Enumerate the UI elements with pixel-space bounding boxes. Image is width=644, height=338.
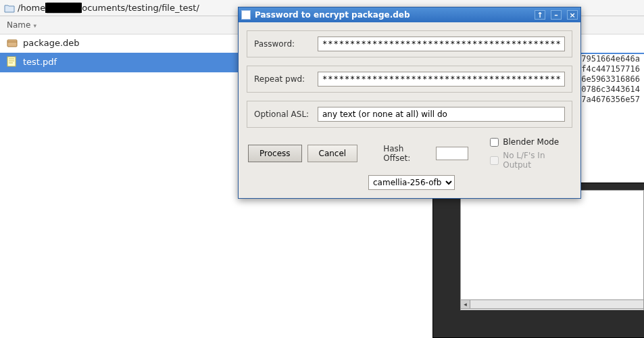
folder-icon bbox=[4, 3, 15, 14]
background-window: ◂ bbox=[432, 183, 644, 338]
close-button[interactable]: × bbox=[567, 10, 578, 20]
cipher-select[interactable]: camellia-256-ofb bbox=[368, 175, 455, 190]
file-name: package.deb bbox=[23, 38, 80, 48]
asl-input[interactable] bbox=[318, 107, 565, 122]
cancel-button[interactable]: Cancel bbox=[307, 145, 358, 162]
document-icon bbox=[7, 56, 19, 69]
hashoffset-input[interactable] bbox=[436, 147, 468, 160]
svg-rect-1 bbox=[7, 57, 16, 66]
asl-label: Optional ASL: bbox=[254, 110, 311, 119]
repeat-label: Repeat pwd: bbox=[254, 74, 311, 84]
encrypt-dialog: Password to encrypt package.deb ↑ – × Pa… bbox=[238, 7, 581, 199]
blender-checkbox[interactable]: Blender Mode bbox=[490, 137, 571, 147]
breadcrumb-path: /home█████ocuments/testing/file_test/ bbox=[18, 3, 199, 13]
minimize-button[interactable]: – bbox=[551, 10, 562, 20]
file-name: test.pdf bbox=[23, 57, 57, 67]
hashoffset-label: Hash Offset: bbox=[383, 144, 430, 163]
nolf-checkbox: No L/F's In Output bbox=[490, 151, 571, 170]
svg-rect-0 bbox=[7, 40, 17, 47]
package-icon bbox=[7, 38, 19, 49]
sort-asc-icon: ▾ bbox=[33, 22, 36, 29]
repeat-input[interactable] bbox=[318, 72, 565, 87]
background-window-content bbox=[460, 190, 644, 310]
repeat-row: Repeat pwd: bbox=[247, 66, 572, 93]
dialog-titlebar[interactable]: Password to encrypt package.deb ↑ – × bbox=[239, 7, 580, 22]
dialog-title: Password to encrypt package.deb bbox=[255, 10, 529, 20]
password-row: Password: bbox=[247, 30, 572, 57]
blender-checkbox-input[interactable] bbox=[490, 138, 499, 147]
asl-row: Optional ASL: bbox=[247, 101, 572, 128]
app-icon bbox=[241, 10, 251, 20]
hash-output: 87951664e646a2f4c44715771606e59633168665… bbox=[576, 54, 644, 105]
password-label: Password: bbox=[254, 39, 311, 49]
password-input[interactable] bbox=[318, 37, 565, 51]
process-button[interactable]: Process bbox=[248, 145, 302, 162]
nolf-checkbox-input bbox=[490, 156, 499, 165]
rollup-button[interactable]: ↑ bbox=[535, 10, 545, 20]
scroll-left-icon[interactable]: ◂ bbox=[461, 300, 470, 308]
background-scrollbar[interactable]: ◂ bbox=[460, 299, 644, 310]
